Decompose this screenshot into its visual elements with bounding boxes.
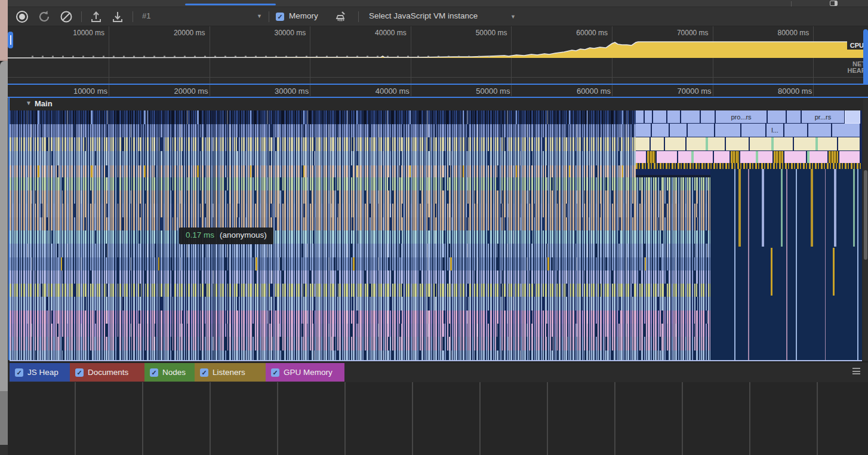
flame-block[interactable] [768,110,786,123]
flame-row[interactable] [10,177,710,190]
timeline-overview[interactable]: 10000 ms20000 ms30000 ms40000 ms50000 ms… [8,26,868,84]
flame-block[interactable] [818,137,837,150]
flame-row[interactable] [10,244,710,257]
flame-block[interactable] [714,151,730,163]
flame-row[interactable] [10,257,710,270]
flame-block[interactable] [647,151,655,163]
dock-side-icon[interactable] [830,1,838,6]
flame-block[interactable] [845,110,860,123]
flame-block[interactable] [708,137,725,150]
flame-block[interactable] [787,110,801,123]
flame-block[interactable] [740,151,756,163]
session-dropdown-arrow[interactable]: ▼ [257,13,262,19]
flame-block[interactable] [784,151,806,163]
flame-row[interactable] [10,351,710,360]
flame-block[interactable] [651,137,664,150]
flame-block[interactable] [636,151,646,163]
flame-block[interactable] [758,151,772,163]
flame-block[interactable] [678,151,691,163]
flame-block[interactable] [694,151,713,163]
flame-block[interactable] [794,137,815,150]
load-profile-button[interactable] [88,8,104,25]
flame-row[interactable] [10,137,636,151]
flame-block[interactable] [829,151,838,163]
vm-dropdown-arrow[interactable]: ▼ [510,14,516,20]
legend-chip-nodes[interactable]: ✓Nodes [144,363,195,382]
flame-block[interactable] [688,124,714,137]
legend-checkbox[interactable]: ✓ [15,368,23,377]
flame-row[interactable] [10,284,710,297]
main-track-label: Main [35,99,53,108]
flame-row[interactable] [10,270,710,284]
flame-block[interactable] [726,137,749,150]
record-button[interactable] [14,8,30,25]
legend-checkbox[interactable]: ✓ [271,368,279,377]
flame-block[interactable] [701,110,715,123]
flame-chart[interactable]: pro...rspr...rsl... 0.17 ms(anonymous) [10,110,862,360]
reload-record-button[interactable] [36,8,53,25]
range-handle-left[interactable] [8,32,13,48]
flame-block[interactable] [687,137,706,150]
flame-block[interactable] [636,137,650,150]
flame-block[interactable] [715,124,740,137]
flame-row[interactable] [10,310,710,324]
flame-block[interactable] [653,110,666,123]
flame-block[interactable] [731,151,739,163]
legend-chip-gpu-memory[interactable]: ✓GPU Memory [266,363,344,382]
memory-checkbox-label[interactable]: Memory [289,11,318,20]
main-track-header[interactable]: ▼ Main [8,98,868,110]
flame-block[interactable] [657,151,677,163]
flame-block[interactable] [741,124,765,137]
flame-row[interactable] [10,337,710,351]
flame-row[interactable] [10,324,710,337]
flame-row[interactable] [10,190,710,204]
flame-gold-ticks[interactable] [636,163,862,169]
memory-checkbox[interactable]: ✓ [276,13,284,21]
hamburger-menu-icon[interactable] [852,368,860,376]
memory-chart-area[interactable] [8,382,868,455]
flame-row[interactable] [10,217,710,230]
flame-block-labeled[interactable]: pro...rs [716,110,767,123]
flame-block[interactable] [808,124,831,137]
flame-row[interactable] [10,110,636,124]
flame-block[interactable] [670,124,687,137]
devtools-tabbar-strip [8,0,868,7]
legend-checkbox[interactable]: ✓ [75,368,84,377]
session-select-value[interactable]: #1 [142,11,150,20]
flame-block[interactable] [665,137,685,150]
vm-instance-select[interactable]: Select JavaScript VM instance [369,11,478,20]
save-profile-button[interactable] [109,8,126,25]
flame-block-labeled[interactable]: l... [767,124,783,137]
clear-button[interactable] [58,8,75,25]
flame-row[interactable] [10,151,636,165]
legend-chip-listeners[interactable]: ✓Listeners [195,363,266,382]
flame-row[interactable] [10,230,710,244]
legend-checkbox[interactable]: ✓ [200,368,208,377]
flame-block[interactable] [645,110,652,123]
collapse-triangle-icon[interactable]: ▼ [26,100,32,106]
scrollbar-thumb[interactable] [864,170,867,260]
flame-block[interactable] [838,137,860,150]
flame-block[interactable] [681,110,700,123]
flame-block[interactable] [636,124,651,137]
flame-row[interactable] [10,204,710,217]
flame-block[interactable] [667,110,680,123]
collect-garbage-icon[interactable] [333,8,350,25]
flame-block[interactable] [784,124,807,137]
flame-block[interactable] [839,151,860,163]
flame-row[interactable] [10,124,636,137]
flame-row[interactable] [10,165,636,177]
flame-block[interactable] [774,151,783,163]
flame-block[interactable] [652,124,669,137]
flame-block[interactable] [636,110,644,123]
legend-checkbox[interactable]: ✓ [150,368,158,377]
legend-chip-documents[interactable]: ✓Documents [70,363,144,382]
legend-chip-js-heap[interactable]: ✓JS Heap [10,363,70,382]
flame-block[interactable] [750,137,771,150]
flame-block[interactable] [774,137,793,150]
flame-block-labeled[interactable]: pr...rs [802,110,844,123]
flame-block[interactable] [832,124,860,137]
flame-row[interactable] [10,297,710,310]
flame-block[interactable] [809,151,827,163]
vertical-scrollbar[interactable] [863,99,868,360]
